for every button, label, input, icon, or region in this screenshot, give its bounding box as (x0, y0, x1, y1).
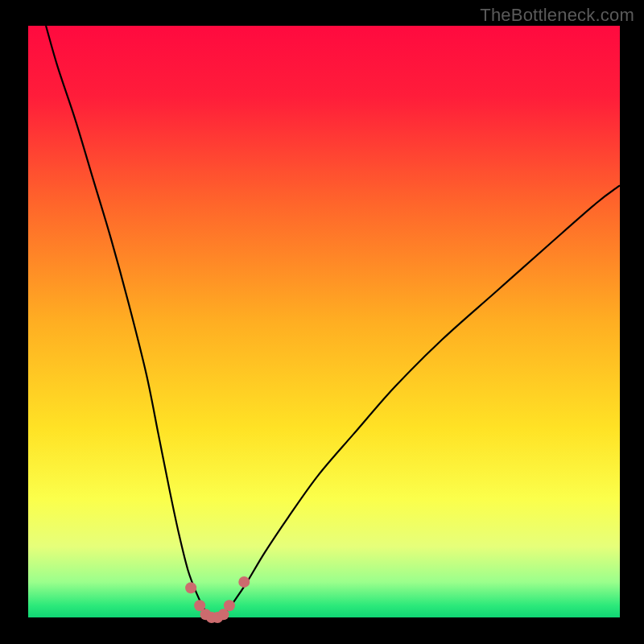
dip-markers-0 (185, 582, 196, 593)
dip-markers-6 (224, 600, 235, 611)
dip-markers-7 (238, 576, 250, 588)
bottleneck-chart: TheBottleneck.com (0, 0, 644, 644)
chart-svg (0, 0, 644, 644)
plot-background (28, 26, 620, 617)
watermark-text: TheBottleneck.com (480, 5, 634, 26)
